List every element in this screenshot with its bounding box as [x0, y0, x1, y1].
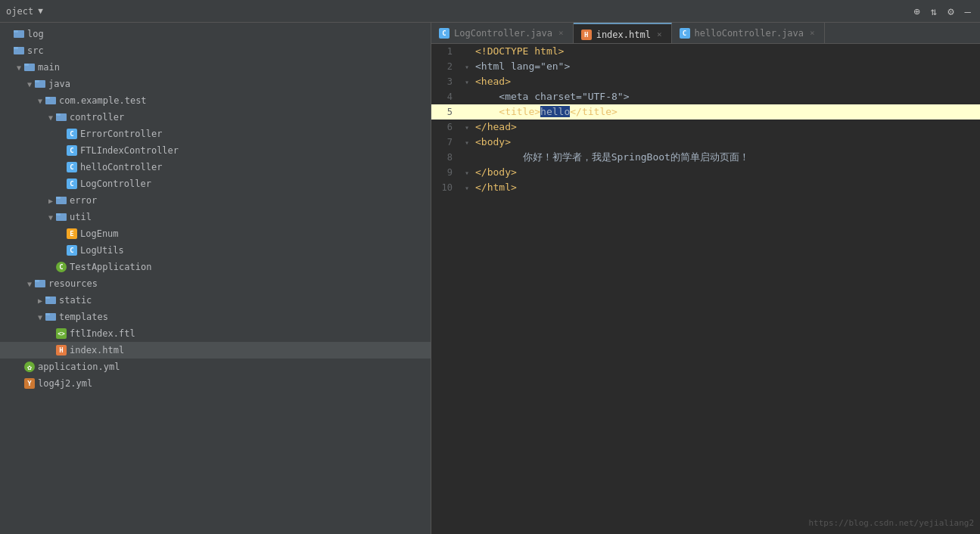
tab-label-helloController: helloController.java [695, 28, 804, 39]
line-code-7: <body> [472, 135, 980, 150]
svg-rect-17 [35, 280, 39, 282]
line-number-8: 8 [431, 150, 462, 165]
editor-content[interactable]: 1<!DOCTYPE html>2▾<html lang="en">3▾<hea… [431, 44, 980, 534]
tree-arrow-resources: ▼ [24, 280, 35, 288]
java-c-icon-helloController: C [67, 162, 77, 172]
svg-rect-7 [35, 80, 39, 82]
tab-close-index.html[interactable]: × [655, 29, 664, 40]
tree-label-controller: controller [70, 112, 124, 123]
line-number-5: 5 [431, 104, 462, 120]
tree-item-main[interactable]: ▼main [0, 59, 431, 76]
tree-label-com.example.test: com.example.test [59, 95, 147, 106]
tree-item-LogController[interactable]: CLogController [0, 175, 431, 192]
project-dropdown[interactable]: ▼ [38, 6, 43, 16]
java-c-icon-FTLIndexController: C [67, 145, 77, 156]
watermark: https://blog.csdn.net/yejialiang2 [808, 518, 974, 528]
tree-arrow-java: ▼ [24, 80, 35, 88]
folder-icon-com.example.test [45, 95, 56, 107]
svg-rect-15 [56, 213, 61, 216]
tree-label-FTLIndexController: FTLIndexController [80, 145, 179, 156]
target-icon[interactable]: ⊕ [910, 4, 922, 19]
tab-close-helloController[interactable]: × [808, 27, 817, 39]
line-number-4: 4 [431, 89, 462, 104]
tree-item-com.example.test[interactable]: ▼com.example.test [0, 92, 431, 109]
tree-label-main: main [38, 62, 60, 73]
tree-item-index.html[interactable]: Hindex.html [0, 342, 431, 359]
line-code-6: </head> [472, 120, 980, 135]
folder-icon-log [14, 28, 24, 41]
tab-label-LogController: LogController.java [454, 28, 552, 39]
tree-item-LogUtils[interactable]: CLogUtils [0, 242, 431, 259]
tab-icon-LogController: C [439, 28, 450, 39]
folder-icon-src [14, 45, 24, 57]
line-number-1: 1 [431, 44, 462, 59]
line-code-10: </html> [472, 180, 980, 195]
tree-label-application.yml: application.yml [38, 362, 120, 372]
tree-label-ErrorController: ErrorController [80, 129, 162, 139]
line-number-7: 7 [431, 135, 462, 150]
tab-close-LogController[interactable]: × [557, 27, 565, 39]
tree-item-LogEnum[interactable]: ELogEnum [0, 225, 431, 242]
code-line-10: 10▾</html> [431, 180, 980, 195]
tree-item-application.yml[interactable]: ✿application.yml [0, 359, 431, 375]
tree-item-TestApplication[interactable]: CTestApplication [0, 259, 431, 275]
tree-item-ErrorController[interactable]: CErrorController [0, 126, 431, 142]
tab-bar: CLogController.java×Hindex.html×ChelloCo… [431, 23, 980, 44]
tree-arrow-error: ▶ [45, 197, 56, 205]
code-line-9: 9▾</body> [431, 165, 980, 180]
code-line-2: 2▾<html lang="en"> [431, 59, 980, 74]
line-gutter-4 [462, 89, 472, 104]
tree-item-util[interactable]: ▼util [0, 209, 431, 225]
tree-label-log4j2.yml: log4j2.yml [38, 378, 92, 389]
svg-rect-21 [45, 313, 50, 315]
tree-item-log[interactable]: log [0, 26, 431, 42]
svg-rect-11 [56, 113, 61, 116]
svg-rect-3 [14, 47, 18, 49]
tab-index.html[interactable]: Hindex.html× [574, 23, 672, 43]
settings-icon[interactable]: ⚙ [944, 4, 957, 19]
main-area: logsrc▼main▼java▼com.example.test▼contro… [0, 23, 980, 534]
tree-arrow-controller: ▼ [45, 113, 56, 122]
line-gutter-6: ▾ [462, 120, 472, 135]
tree-item-ftlIndex.ftl[interactable]: <>ftlIndex.ftl [0, 325, 431, 342]
tab-label-index.html: index.html [596, 29, 651, 40]
svg-rect-9 [45, 97, 50, 99]
tree-arrow-main: ▼ [14, 64, 24, 72]
java-c-icon-LogController: C [67, 179, 77, 189]
line-number-6: 6 [431, 120, 462, 135]
code-line-3: 3▾<head> [431, 74, 980, 89]
folder-icon-static [45, 294, 56, 307]
code-line-4: 4 <meta charset="UTF-8"> [431, 89, 980, 104]
top-bar: oject ▼ ⊕ ⇅ ⚙ — [0, 0, 980, 23]
line-gutter-3: ▾ [462, 74, 472, 89]
line-number-10: 10 [431, 180, 462, 195]
tree-item-src[interactable]: src [0, 42, 431, 59]
tree-item-controller[interactable]: ▼controller [0, 109, 431, 126]
line-gutter-10: ▾ [462, 180, 472, 195]
tab-helloController[interactable]: ChelloController.java× [672, 23, 825, 43]
tab-LogController[interactable]: CLogController.java× [431, 23, 574, 43]
tree-item-resources[interactable]: ▼resources [0, 275, 431, 292]
folder-icon-resources [35, 278, 45, 290]
line-code-8: 你好！初学者，我是SpringBoot的简单启动页面！ [472, 150, 980, 165]
tree-item-templates[interactable]: ▼templates [0, 309, 431, 325]
tree-item-log4j2.yml[interactable]: Ylog4j2.yml [0, 375, 431, 392]
tree-item-static[interactable]: ▶static [0, 292, 431, 309]
tree-arrow-com.example.test: ▼ [35, 97, 45, 105]
sync-icon[interactable]: ⇅ [928, 4, 940, 19]
line-number-2: 2 [431, 59, 462, 74]
svg-rect-5 [24, 64, 29, 66]
folder-icon-error [56, 194, 67, 207]
tree-label-ftlIndex.ftl: ftlIndex.ftl [70, 328, 135, 339]
tree-item-FTLIndexController[interactable]: CFTLIndexController [0, 142, 431, 159]
folder-icon-util [56, 211, 67, 224]
code-line-7: 7▾<body> [431, 135, 980, 150]
tree-item-error[interactable]: ▶error [0, 192, 431, 209]
minimize-icon[interactable]: — [962, 4, 974, 19]
tree-item-helloController[interactable]: ChelloController [0, 159, 431, 175]
tree-item-java[interactable]: ▼java [0, 76, 431, 92]
folder-icon-controller [56, 111, 67, 124]
line-code-5: <title>hello</title> [472, 104, 980, 120]
ftl-icon-ftlIndex.ftl: <> [56, 328, 67, 339]
svg-rect-1 [14, 30, 18, 33]
